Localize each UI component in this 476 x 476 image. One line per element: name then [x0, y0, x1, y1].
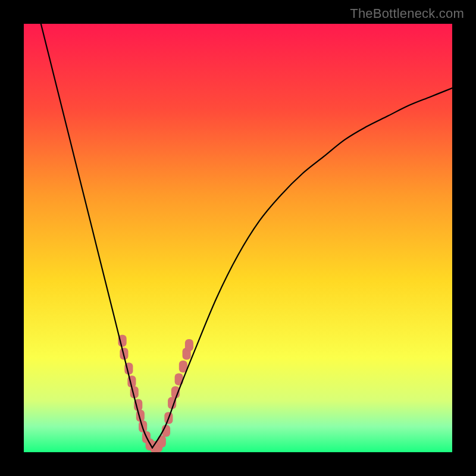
watermark-text: TheBottleneck.com — [350, 6, 464, 21]
plot-area — [24, 24, 452, 452]
chart-frame: TheBottleneck.com — [0, 0, 476, 476]
curve-layer — [24, 24, 452, 452]
data-marker — [185, 339, 193, 351]
marker-group — [118, 335, 193, 452]
bottleneck-curve-right — [152, 88, 452, 448]
